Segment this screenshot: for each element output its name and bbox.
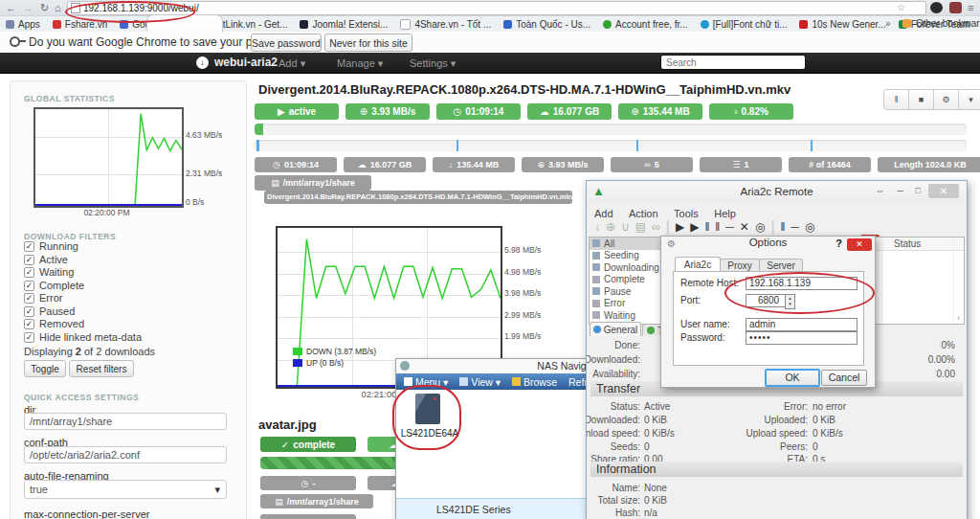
filter-checkbox[interactable]: ✓ (24, 293, 34, 304)
start-icon[interactable]: ▶ (676, 220, 684, 234)
username-label: User name: (680, 319, 730, 329)
file-icon[interactable]: ▤ (635, 220, 646, 234)
x-tick: 02:20:00 PM (33, 208, 180, 217)
password-input[interactable]: ••••• (746, 331, 858, 345)
add-url-icon[interactable]: ↓ (594, 220, 600, 234)
forward-icon[interactable]: → (23, 0, 33, 15)
pin-icon[interactable]: ⇔ (876, 186, 884, 195)
pause-icon[interactable]: ‖ (704, 220, 709, 234)
favicon (799, 20, 808, 29)
conf-path-input[interactable]: /opt/etc/aria2/aria2.conf (24, 446, 227, 463)
close-icon[interactable]: ✕ (847, 238, 872, 251)
bookmark-item[interactable]: Toàn Quốc - Us... (503, 19, 590, 30)
remove-session-icon[interactable]: ─ (791, 220, 800, 234)
more-dropdown-button[interactable]: ▾ (958, 89, 980, 110)
chrome-menu-icon[interactable]: ≡ (968, 0, 973, 15)
favicon (53, 20, 61, 29)
home-icon[interactable]: ⌂ (55, 0, 61, 15)
password-label: Password: (680, 332, 725, 343)
tab-proxy[interactable]: Proxy (720, 259, 760, 272)
power-icon[interactable]: ◎ (755, 220, 765, 234)
clock-icon: ◷ (454, 106, 462, 117)
avatar-path-badge: ▤/mnt/array1/share (260, 494, 373, 508)
brand[interactable]: ↓webui-aria2 (196, 56, 278, 69)
remove-icon[interactable]: ─ (725, 220, 734, 234)
bookmark-item[interactable]: Fshare.vn (53, 19, 107, 30)
filter-checkbox[interactable]: ✓ (24, 267, 34, 278)
other-bookmarks[interactable]: Other bookmarks (916, 18, 980, 29)
options-titlebar[interactable]: Options (661, 237, 875, 252)
dir-input[interactable]: /mnt/array1/share (24, 413, 227, 430)
status-column-header[interactable]: Status (894, 238, 921, 249)
folder-icon: ▤ (275, 497, 283, 507)
link-icon[interactable]: ∞ (652, 220, 660, 234)
help-icon[interactable]: ? (835, 237, 842, 249)
tab-general[interactable]: General (590, 322, 641, 336)
settings-button[interactable]: ⚙ (933, 89, 959, 110)
nas-menu-button[interactable]: Menu ▾ (404, 376, 448, 388)
filter-checkbox[interactable]: ✓ (24, 281, 34, 291)
aria2c-titlebar[interactable]: Aria2c Remote (587, 181, 967, 202)
favicon (300, 20, 308, 29)
nas-browse-button[interactable]: Browse (512, 376, 557, 388)
toggle-button[interactable]: Toggle (24, 360, 66, 377)
filter-checkbox[interactable]: ✓ (24, 319, 34, 329)
global-stats-chart (33, 107, 184, 208)
maximize-icon[interactable]: □ (916, 186, 921, 195)
close-icon[interactable]: ✕ (928, 184, 959, 198)
tab-aria2c[interactable]: Aria2c (675, 257, 721, 272)
scroll-right-icon[interactable]: › (957, 313, 960, 323)
filter-checkbox[interactable]: ✓ (24, 241, 34, 252)
bookmark-item[interactable]: Joomla! Extensi... (300, 19, 388, 30)
search-input[interactable] (660, 55, 806, 70)
shutdown-icon[interactable]: ◎ (805, 220, 814, 234)
page-icon (71, 3, 80, 13)
start-all-icon[interactable]: ▶ (690, 220, 699, 234)
reload-icon[interactable]: ↻ (40, 0, 49, 15)
extension-icon[interactable] (930, 2, 943, 13)
globe-icon[interactable]: ⊕ (606, 220, 615, 234)
username-input[interactable]: admin (746, 318, 858, 331)
address-bar[interactable]: 192.168.1.139:9000/webui/ (67, 1, 926, 15)
bookmark-item[interactable]: [Full]Font chữ ti... (701, 19, 788, 30)
minimize-icon[interactable]: ─ (898, 186, 903, 195)
filter-checkbox[interactable]: ✓ (24, 255, 34, 265)
bookmark-item[interactable]: 4Share.vn - Tốt ... (400, 19, 491, 30)
save-password-button[interactable]: Save password (251, 34, 322, 52)
bookmark-star-icon[interactable]: ☆ (897, 1, 905, 14)
pause-all-icon[interactable]: ‖ (715, 220, 720, 234)
y-tick: 4.98 MB/s (504, 267, 541, 277)
nas-device-label[interactable]: LS421DE64A (396, 428, 463, 439)
magnet-icon[interactable]: ∪ (621, 220, 630, 234)
auto-file-renaming-select[interactable]: true▾ (24, 480, 227, 499)
pause-session-icon[interactable]: ‖ (781, 220, 786, 234)
menu-manage[interactable]: Manage ▾ (337, 57, 383, 70)
ok-button[interactable]: OK (765, 369, 820, 387)
remote-host-input[interactable]: 192.168.1.139 (746, 277, 858, 290)
size-badge: ☁16.077 GB (527, 103, 612, 120)
filter-checkbox[interactable]: ✓ (24, 306, 34, 317)
stop-button[interactable]: ■ (908, 89, 934, 110)
tab-server[interactable]: Server (759, 259, 803, 272)
reset-filters-button[interactable]: Reset filters (69, 360, 134, 377)
menu-settings[interactable]: Settings ▾ (410, 57, 456, 70)
port-label: Port: (680, 295, 701, 305)
nas-device-icon[interactable] (415, 394, 440, 424)
back-icon[interactable]: ← (6, 0, 16, 15)
apps-shortcut[interactable]: Apps (6, 19, 40, 30)
bookmarks-overflow-icon[interactable]: » (885, 18, 891, 29)
clock-icon: ◷ (301, 479, 309, 488)
delete-icon[interactable]: ✕ (740, 220, 749, 234)
filter-checkbox[interactable]: ✓ (24, 332, 34, 343)
bookmark-item[interactable]: 10s New Gener... (799, 19, 885, 30)
pause-button[interactable]: ‖ (883, 89, 909, 110)
port-spinner[interactable]: ▴▾ (785, 294, 795, 309)
done-value: 0% (942, 340, 955, 350)
port-input[interactable]: 6800 (746, 294, 789, 307)
cancel-button[interactable]: Cancel (821, 370, 867, 386)
never-for-site-button[interactable]: Never for this site (324, 34, 412, 52)
bookmark-item[interactable]: Account free, fr... (603, 19, 688, 30)
menu-add[interactable]: Add ▾ (278, 57, 305, 70)
extension-icon-2[interactable] (949, 2, 962, 13)
nas-view-button[interactable]: View ▾ (459, 376, 501, 388)
